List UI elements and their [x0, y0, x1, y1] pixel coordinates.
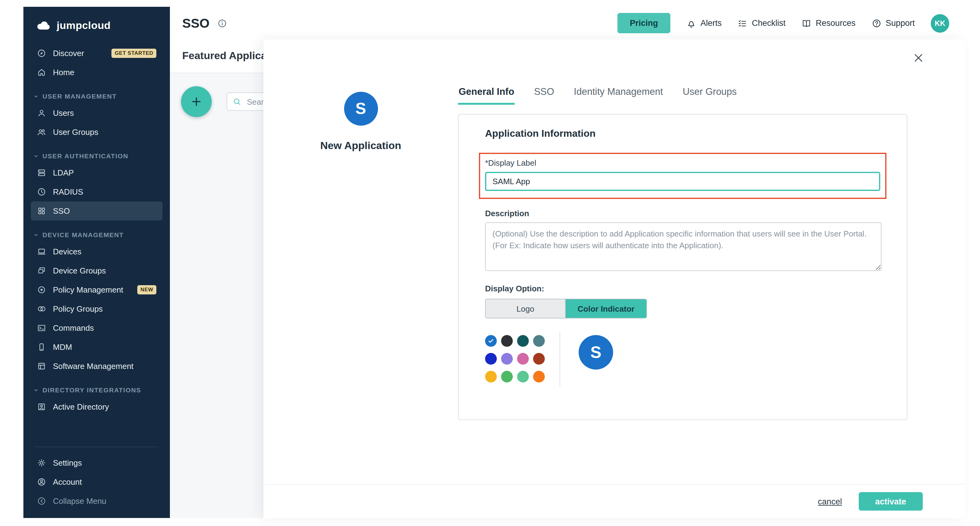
checklist-icon — [738, 18, 748, 28]
new-badge: NEW — [138, 285, 156, 295]
tab-identity-management[interactable]: Identity Management — [573, 86, 663, 105]
tab-sso[interactable]: SSO — [533, 86, 555, 105]
color-indicator-preview: S — [579, 335, 613, 370]
logo-option-button[interactable]: Logo — [486, 299, 566, 318]
sidebar-item-active-directory[interactable]: Active Directory — [31, 397, 162, 416]
color-swatch[interactable] — [501, 335, 513, 347]
close-button[interactable] — [912, 51, 926, 65]
get-started-badge: GET STARTED — [112, 49, 156, 58]
color-swatch[interactable] — [533, 353, 545, 365]
sidebar-item-user-groups[interactable]: User Groups — [31, 123, 162, 142]
application-form: General Info SSO Identity Management Use… — [458, 40, 965, 484]
sidebar-item-policy-management[interactable]: Policy Management NEW — [31, 280, 162, 299]
sidebar-item-label: Collapse Menu — [53, 496, 106, 506]
main-area: SSO Pricing Alerts Checklist Re — [170, 7, 965, 518]
add-application-button[interactable] — [181, 86, 212, 117]
sidebar-item-label: RADIUS — [53, 187, 83, 196]
chevron-down-icon — [33, 232, 39, 237]
display-label-input[interactable] — [485, 172, 880, 191]
description-textarea[interactable] — [485, 222, 881, 271]
sidebar-item-device-groups[interactable]: Device Groups — [31, 261, 162, 280]
account-icon — [37, 477, 46, 486]
sidebar-item-mdm[interactable]: MDM — [31, 338, 162, 357]
sidebar-item-label: Home — [53, 68, 74, 77]
check-icon — [488, 338, 494, 344]
sidebar-item-label: Account — [53, 477, 82, 486]
sidebar-section-device-management[interactable]: DEVICE MANAGEMENT — [31, 231, 162, 238]
sidebar-item-label: Active Directory — [53, 402, 109, 411]
application-avatar: S — [344, 92, 378, 126]
color-swatch-selected[interactable] — [485, 335, 497, 347]
radius-icon — [37, 187, 46, 196]
checklist-button[interactable]: Checklist — [738, 18, 786, 28]
policy-management-icon — [37, 285, 46, 295]
color-swatch[interactable] — [533, 371, 545, 383]
bell-icon — [686, 18, 696, 28]
color-indicator-option-button[interactable]: Color Indicator — [566, 299, 646, 318]
color-swatch[interactable] — [501, 371, 513, 383]
discover-icon — [37, 49, 46, 58]
sidebar-item-devices[interactable]: Devices — [31, 242, 162, 261]
avatar[interactable]: KK — [931, 14, 949, 32]
sidebar-item-ldap[interactable]: LDAP — [31, 163, 162, 182]
commands-icon — [37, 324, 46, 333]
sidebar-item-label: Settings — [53, 458, 82, 467]
sidebar-item-label: MDM — [53, 343, 72, 352]
software-management-icon — [37, 362, 46, 371]
color-swatch[interactable] — [533, 335, 545, 347]
sidebar-item-label: LDAP — [53, 168, 74, 177]
sidebar-item-policy-groups[interactable]: Policy Groups — [31, 299, 162, 319]
sidebar-item-discover[interactable]: Discover GET STARTED — [31, 44, 162, 63]
sidebar-item-settings[interactable]: Settings — [31, 453, 162, 472]
color-swatch[interactable] — [501, 353, 513, 365]
support-button[interactable]: Support — [871, 18, 915, 28]
resources-button[interactable]: Resources — [802, 18, 855, 28]
description-label: Description — [485, 209, 881, 218]
settings-icon — [37, 458, 46, 467]
alerts-button[interactable]: Alerts — [686, 18, 722, 28]
policy-groups-icon — [37, 304, 46, 314]
sidebar-divider — [35, 446, 159, 447]
collapse-icon — [37, 496, 46, 506]
sidebar-nav: Discover GET STARTED Home USER MANAGEMEN… — [31, 39, 162, 511]
tab-user-groups[interactable]: User Groups — [682, 86, 737, 105]
application-name: New Application — [320, 140, 401, 152]
pricing-button[interactable]: Pricing — [617, 13, 670, 33]
activate-button[interactable]: activate — [858, 492, 923, 511]
display-label-label: *Display Label — [485, 158, 880, 167]
color-swatch[interactable] — [517, 371, 529, 383]
color-picker: S — [485, 335, 881, 383]
new-application-panel: S New Application General Info SSO Ident… — [264, 40, 965, 518]
tab-general-info[interactable]: General Info — [458, 86, 515, 105]
plus-icon — [189, 95, 203, 108]
sidebar-footer: Settings Account Collapse Menu — [31, 439, 162, 511]
device-groups-icon — [37, 266, 46, 275]
help-icon — [871, 18, 881, 28]
jumpcloud-cloud-icon — [36, 18, 52, 34]
sidebar-item-account[interactable]: Account — [31, 472, 162, 491]
sidebar-item-label: Device Groups — [53, 266, 106, 275]
sidebar-item-software-management[interactable]: Software Management — [31, 357, 162, 376]
color-swatch[interactable] — [517, 353, 529, 365]
sidebar-section-user-authentication[interactable]: USER AUTHENTICATION — [31, 152, 162, 159]
color-swatch[interactable] — [485, 353, 497, 365]
application-summary: S New Application — [264, 40, 458, 484]
top-header: SSO Pricing Alerts Checklist Re — [170, 7, 965, 40]
sidebar-section-user-management[interactable]: USER MANAGEMENT — [31, 92, 162, 100]
sidebar-item-home[interactable]: Home — [31, 63, 162, 82]
chevron-down-icon — [33, 153, 39, 159]
sidebar-item-sso[interactable]: SSO — [31, 201, 162, 220]
sidebar-item-users[interactable]: Users — [31, 104, 162, 123]
panel-footer: cancel activate — [264, 484, 965, 518]
cancel-link[interactable]: cancel — [818, 497, 842, 506]
home-icon — [37, 68, 46, 77]
color-swatch[interactable] — [517, 335, 529, 347]
sidebar: jumpcloud Discover GET STARTED Home USER… — [23, 7, 170, 518]
jumpcloud-logo[interactable]: jumpcloud — [31, 7, 162, 39]
info-icon[interactable] — [218, 18, 228, 28]
sidebar-item-commands[interactable]: Commands — [31, 319, 162, 338]
sidebar-item-collapse-menu[interactable]: Collapse Menu — [31, 491, 162, 511]
sidebar-section-directory-integrations[interactable]: DIRECTORY INTEGRATIONS — [31, 386, 162, 394]
sidebar-item-radius[interactable]: RADIUS — [31, 182, 162, 201]
color-swatch[interactable] — [485, 371, 497, 383]
